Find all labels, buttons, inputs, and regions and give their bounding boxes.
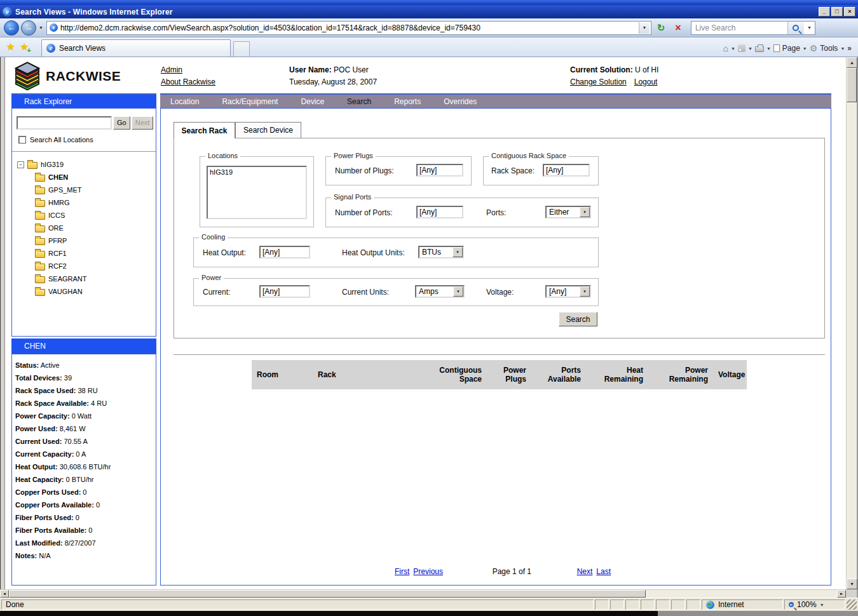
go-button[interactable]: Go (113, 116, 130, 130)
tree-item-pfrp[interactable]: PFRP (17, 234, 156, 247)
tools-menu-label[interactable]: Tools (820, 44, 838, 53)
minimize-button[interactable]: _ (819, 7, 830, 17)
ports-select[interactable]: Either ▼ (545, 206, 591, 218)
search-options-icon[interactable]: ▼ (804, 22, 815, 34)
zoom-dropdown-icon[interactable]: ▼ (820, 603, 824, 607)
vertical-scroll-thumb[interactable] (847, 68, 857, 102)
chevron-down-icon[interactable]: ▼ (580, 286, 590, 297)
tree-root-hig319[interactable]: − hIG319 (17, 158, 156, 171)
refresh-button[interactable]: ↻ (653, 20, 669, 36)
tree-item-ore[interactable]: ORE (17, 222, 156, 234)
logout-link[interactable]: Logout (634, 76, 658, 88)
tree-item-label[interactable]: PFRP (48, 237, 67, 244)
tree-item-label[interactable]: GPS_MET (48, 186, 82, 194)
search-go-button[interactable] (787, 22, 804, 34)
number-of-plugs-input[interactable] (416, 164, 463, 177)
new-tab-stub[interactable] (233, 41, 250, 57)
zoom-pane[interactable]: 100% ▼ (784, 599, 845, 610)
print-icon[interactable] (755, 46, 764, 52)
tree-item-label[interactable]: ORE (48, 224, 64, 232)
scroll-right-icon[interactable]: ► (837, 590, 846, 598)
home-icon[interactable]: ⌂ (723, 43, 728, 53)
locations-listbox-item[interactable]: hIG319 (210, 168, 233, 176)
back-button[interactable]: ← (4, 20, 19, 36)
tree-root-label[interactable]: hIG319 (41, 161, 64, 168)
admin-link[interactable]: Admin (161, 64, 215, 76)
tree-item-label[interactable]: SEAGRANT (48, 275, 87, 283)
maximize-button[interactable]: □ (831, 7, 843, 17)
voltage-select[interactable]: [Any] ▼ (545, 285, 591, 298)
change-solution-link[interactable]: Change Solution (570, 76, 627, 88)
tree-item-label[interactable]: CHEN (48, 173, 68, 181)
tree-item-chen[interactable]: CHEN (17, 171, 156, 184)
resize-grip[interactable] (847, 599, 857, 610)
tree-item-rcf1[interactable]: RCF1 (17, 247, 156, 260)
tab-search-device[interactable]: Search Device (235, 122, 301, 138)
tree-item-vaughan[interactable]: VAUGHAN (17, 285, 156, 298)
page-dropdown-icon[interactable]: ▼ (803, 46, 807, 51)
tree-item-gps-met[interactable]: GPS_MET (17, 184, 156, 196)
search-all-locations-checkbox[interactable] (18, 136, 26, 144)
tree-item-label[interactable]: VAUGHAN (48, 288, 83, 295)
tree-item-iccs[interactable]: ICCS (17, 209, 156, 222)
nav-item-device[interactable]: Device (301, 97, 324, 106)
print-dropdown-icon[interactable]: ▼ (766, 46, 771, 51)
nav-item-search[interactable]: Search (347, 97, 371, 106)
chevron-down-icon[interactable]: ▼ (580, 207, 590, 217)
tree-item-label[interactable]: RCF1 (48, 250, 67, 257)
heat-output-input[interactable] (259, 246, 310, 258)
tools-gear-icon[interactable]: ⚙ (810, 43, 818, 53)
location-search-input[interactable] (17, 116, 112, 130)
close-button[interactable]: × (844, 7, 855, 17)
tools-dropdown-icon[interactable]: ▼ (840, 46, 845, 51)
favorites-center-icon[interactable]: ★ (6, 41, 15, 53)
page-menu-icon[interactable] (773, 44, 780, 52)
next-page-link[interactable]: Next (577, 567, 593, 576)
tree-item-seagrant[interactable]: SEAGRANT (17, 272, 156, 285)
history-dropdown-icon[interactable]: ▼ (39, 25, 43, 30)
nav-item-rack-equipment[interactable]: Rack/Equipment (222, 97, 278, 106)
home-dropdown-icon[interactable]: ▼ (731, 46, 735, 51)
rss-feed-icon[interactable] (738, 44, 746, 52)
vertical-scrollbar[interactable]: ▲ ▼ (846, 57, 857, 589)
add-favorite-icon[interactable]: ★ (20, 41, 28, 53)
tree-item-rcf2[interactable]: RCF2 (17, 260, 156, 272)
horizontal-scrollbar[interactable]: ◄ ► (0, 589, 846, 598)
chevron-down-icon[interactable]: ▼ (453, 286, 463, 297)
tree-item-label[interactable]: HMRG (48, 199, 70, 206)
current-units-select[interactable]: Amps ▼ (415, 285, 465, 298)
browser-tab[interactable]: e Search Views (41, 39, 231, 57)
forward-button[interactable]: → (21, 20, 36, 36)
url-text[interactable]: http://demo2.dcm.rackwise.com/ViewSearch… (60, 23, 639, 32)
rss-dropdown-icon[interactable]: ▼ (748, 46, 752, 51)
nav-item-reports[interactable]: Reports (394, 97, 421, 106)
tree-item-label[interactable]: RCF2 (48, 262, 67, 270)
heat-output-units-select[interactable]: BTUs ▼ (418, 246, 464, 258)
scroll-left-icon[interactable]: ◄ (0, 590, 9, 598)
tree-item-label[interactable]: ICCS (48, 211, 65, 219)
last-page-link[interactable]: Last (596, 567, 611, 576)
scroll-down-icon[interactable]: ▼ (847, 579, 857, 589)
scroll-up-icon[interactable]: ▲ (847, 57, 857, 68)
nav-item-overrides[interactable]: Overrides (444, 97, 477, 106)
url-field[interactable]: e http://demo2.dcm.rackwise.com/ViewSear… (46, 21, 651, 35)
search-button[interactable]: Search (559, 312, 597, 326)
url-dropdown-icon[interactable]: ▼ (639, 22, 650, 34)
first-page-link[interactable]: First (395, 567, 409, 576)
horizontal-scroll-thumb[interactable] (9, 590, 646, 598)
stop-button[interactable]: × (671, 20, 686, 36)
live-search-input[interactable]: Live Search ▼ (691, 21, 815, 35)
locations-listbox[interactable]: hIG319 (207, 166, 307, 219)
previous-page-link[interactable]: Previous (413, 567, 443, 576)
rack-space-input[interactable] (543, 164, 590, 177)
more-toolbar-icon[interactable]: » (847, 44, 852, 53)
current-input[interactable] (259, 285, 310, 298)
next-button[interactable]: Next (132, 116, 154, 130)
chevron-down-icon[interactable]: ▼ (453, 247, 463, 257)
nav-item-location[interactable]: Location (170, 97, 199, 106)
tree-item-hmrg[interactable]: HMRG (17, 196, 156, 209)
tab-search-rack[interactable]: Search Rack (174, 122, 235, 138)
number-of-ports-input[interactable] (416, 206, 463, 218)
page-menu-label[interactable]: Page (782, 44, 800, 53)
collapse-icon[interactable]: − (17, 161, 24, 168)
